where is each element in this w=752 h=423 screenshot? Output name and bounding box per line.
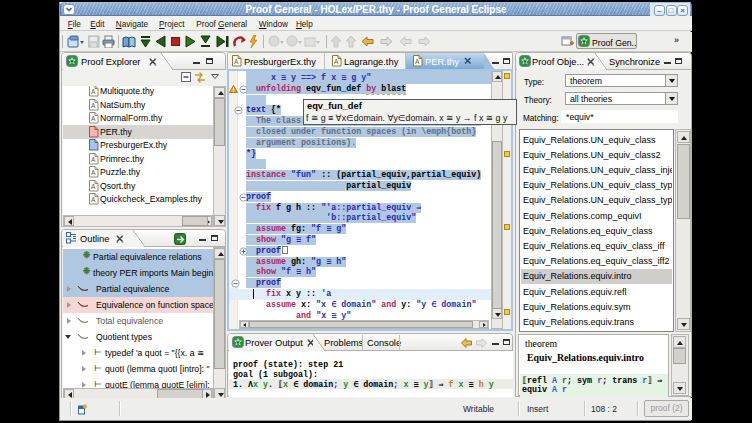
svg-text:A: A [91, 155, 96, 162]
svg-text:A: A [415, 58, 420, 65]
svg-text:A: A [91, 196, 96, 203]
svg-text:A: A [91, 115, 96, 122]
svg-text:A: A [91, 169, 96, 176]
svg-text:A: A [91, 182, 96, 189]
svg-text:A: A [234, 58, 239, 65]
svg-text:A: A [91, 101, 96, 108]
svg-text:A: A [91, 88, 96, 95]
svg-text:A: A [334, 58, 339, 65]
